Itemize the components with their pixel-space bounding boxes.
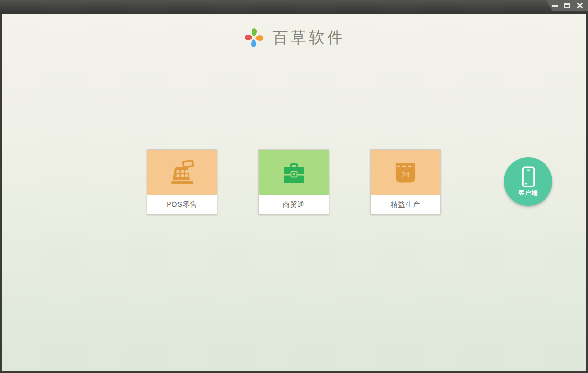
client-button-label: 客户端 <box>519 189 538 197</box>
smartphone-icon <box>522 166 535 187</box>
main-window: 百草软件 POS零售 <box>2 14 586 371</box>
product-label: POS零售 <box>147 195 217 214</box>
product-label: 精益生产 <box>371 195 440 214</box>
product-card-trade[interactable]: 商贸通 <box>258 149 329 214</box>
close-button[interactable] <box>576 2 583 9</box>
maximize-button[interactable] <box>564 2 571 9</box>
maximize-icon <box>564 3 570 8</box>
cash-register-icon <box>168 160 196 186</box>
app-title: 百草软件 <box>273 27 346 48</box>
product-card-lean-production[interactable]: 24 精益生产 <box>370 149 441 214</box>
brand-header: 百草软件 <box>2 26 586 49</box>
calendar-icon: 24 <box>394 162 417 184</box>
titlebar <box>0 0 588 14</box>
product-label: 商贸通 <box>259 195 329 214</box>
window-controls <box>546 0 588 11</box>
briefcase-icon <box>281 161 307 185</box>
client-app-button[interactable]: 客户端 <box>504 157 552 206</box>
product-card-pos-retail[interactable]: POS零售 <box>147 149 217 214</box>
minimize-icon <box>552 5 558 7</box>
lean-card-tile: 24 <box>371 150 440 195</box>
pinwheel-logo-icon <box>243 26 265 49</box>
calendar-day-text: 24 <box>401 171 409 179</box>
pos-card-tile <box>147 150 217 195</box>
minimize-button[interactable] <box>551 2 558 9</box>
trade-card-tile <box>259 150 329 195</box>
